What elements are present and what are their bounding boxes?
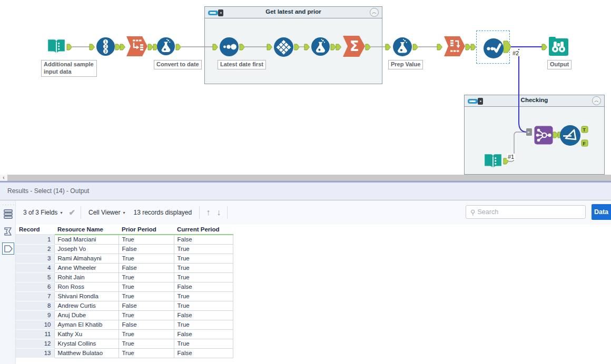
svg-text:»: » xyxy=(527,129,530,135)
browse-tool[interactable] xyxy=(548,36,569,56)
record-number-cell: 13 xyxy=(16,348,54,358)
svg-text:T: T xyxy=(583,127,586,133)
select-tool-selected[interactable] xyxy=(483,38,504,59)
sort-tool[interactable] xyxy=(219,37,239,57)
table-row[interactable]: 13Matthew BulataoTrueFalse xyxy=(16,348,233,358)
data-cell: True xyxy=(174,244,233,254)
results-toolbar: 3 of 3 Fields ▾ ✔ Cell Viewer ▾ 13 recor… xyxy=(16,200,611,225)
scroll-left-button[interactable]: ‹ xyxy=(0,175,7,181)
svg-text:1: 1 xyxy=(105,40,107,44)
table-row[interactable]: 6Ron RossTrueFalse xyxy=(16,282,233,291)
data-cell: True xyxy=(174,339,233,348)
summarize-icon: Σ xyxy=(343,36,365,57)
formula-tool-convert[interactable] xyxy=(156,37,175,56)
transpose-tool[interactable] xyxy=(126,36,147,56)
data-cell: False xyxy=(119,244,174,254)
summarize-tool[interactable]: Σ xyxy=(343,36,365,57)
false-output-anchor[interactable]: F xyxy=(582,140,588,146)
output-anchor-button[interactable] xyxy=(2,242,14,255)
column-header[interactable]: Current Period xyxy=(174,225,233,235)
search-input[interactable] xyxy=(478,208,585,216)
annotation-prep-value: Prep Value xyxy=(388,60,423,69)
record-number-cell: 12 xyxy=(16,339,54,348)
data-cell: True xyxy=(119,272,174,282)
apply-check-icon[interactable]: ✔ xyxy=(66,208,77,217)
scroll-up-button[interactable]: ↑ xyxy=(203,208,213,217)
column-header[interactable]: Prior Period xyxy=(119,225,174,235)
grid-header-row: RecordResource NamePrior PeriodCurrent P… xyxy=(16,225,233,235)
data-cell: True xyxy=(119,282,174,291)
table-row[interactable]: 10Ayman El KhatibFalseTrue xyxy=(16,320,233,329)
selected-output-anchor[interactable] xyxy=(504,41,511,53)
table-row[interactable]: 5Rohit JainTrueTrue xyxy=(16,272,233,282)
data-cell: True xyxy=(174,320,233,329)
table-row[interactable]: 8Andrew CurtisFalseTrue xyxy=(16,301,233,310)
data-cell: Shivani Rondla xyxy=(54,291,119,301)
select-icon xyxy=(483,38,504,59)
alteryx-window: Get latest and prior ︿ Checking ︿ xyxy=(0,0,611,364)
tool-config-button[interactable] xyxy=(2,208,14,220)
true-output-anchor[interactable]: T xyxy=(582,126,588,133)
data-cell: True xyxy=(119,235,174,244)
scroll-down-button[interactable]: ↓ xyxy=(213,208,224,217)
fields-dropdown[interactable]: 3 of 3 Fields ▾ xyxy=(19,209,66,216)
table-row[interactable]: 11Kathy XuTrueFalse xyxy=(16,329,233,339)
formula-icon xyxy=(392,37,412,57)
data-cell: True xyxy=(119,348,174,358)
table-row[interactable]: 9Anuj DubeTrueFalse xyxy=(16,310,233,320)
input-anchor-button[interactable] xyxy=(2,225,14,237)
filter-tool[interactable] xyxy=(559,125,581,146)
connection-2-to-checking[interactable] xyxy=(519,49,526,132)
data-cell: True xyxy=(174,272,233,282)
data-cell: Ayman El Khatib xyxy=(54,320,119,329)
crosstab-tool[interactable] xyxy=(444,36,465,56)
formula-tool[interactable] xyxy=(311,37,330,56)
data-cell: True xyxy=(119,329,174,339)
browse-icon xyxy=(548,36,569,56)
canvas-horizontal-scrollbar[interactable]: ‹ xyxy=(0,175,611,181)
results-panel: Results - Select (14) - Output ····· 3 o… xyxy=(0,181,611,364)
search-box[interactable]: ⚲ xyxy=(466,205,586,219)
table-row[interactable]: 3Rami AlmahayniTrueTrue xyxy=(16,254,233,263)
annotation-input: Additional sample input data xyxy=(41,60,97,77)
table-row[interactable]: 12Krystal CollinsTrueTrue xyxy=(16,339,233,348)
tile-icon xyxy=(273,37,294,57)
table-row[interactable]: 4Anne WheelerFalseTrue xyxy=(16,263,233,272)
drag-handle[interactable]: ····· xyxy=(2,202,15,207)
chevron-down-icon: ▾ xyxy=(60,210,62,215)
data-view-button[interactable]: Data xyxy=(592,204,611,220)
column-header[interactable]: Resource Name xyxy=(54,225,119,235)
join-multiple-tool[interactable] xyxy=(534,125,554,145)
results-anchor-sidebar: ····· xyxy=(0,200,16,364)
record-number-cell: 9 xyxy=(16,310,54,320)
workflow-canvas[interactable]: Get latest and prior ︿ Checking ︿ xyxy=(0,0,611,175)
results-title-bar: Results - Select (14) - Output xyxy=(0,183,611,200)
tile-tool[interactable] xyxy=(273,37,294,57)
data-cell: True xyxy=(174,254,233,263)
data-cell: Matthew Bulatao xyxy=(54,348,119,358)
table-row[interactable]: 1Foad MarcianiTrueFalse xyxy=(16,235,233,244)
record-id-tool[interactable]: 1 2 3 xyxy=(96,37,115,56)
table-row[interactable]: 2Joseph VoFalseTrue xyxy=(16,244,233,254)
data-cell: True xyxy=(119,291,174,301)
data-cell: False xyxy=(174,235,233,244)
scrollbar-thumb[interactable] xyxy=(7,175,611,181)
data-cell: True xyxy=(174,263,233,272)
transpose-icon xyxy=(126,36,147,56)
svg-text:Σ: Σ xyxy=(350,38,359,54)
data-cell: Rohit Jain xyxy=(54,272,119,282)
record-number-cell: 11 xyxy=(16,329,54,339)
join-multiple-icon xyxy=(534,125,554,145)
record-number-cell: 8 xyxy=(16,301,54,310)
svg-text:F: F xyxy=(583,141,586,146)
table-row[interactable]: 7Shivani RondlaTrueTrue xyxy=(16,291,233,301)
multi-input-anchor[interactable]: » xyxy=(526,128,532,136)
cell-viewer-dropdown[interactable]: Cell Viewer ▾ xyxy=(84,209,129,216)
input-data-tool-checking[interactable] xyxy=(483,151,503,171)
column-header[interactable]: Record xyxy=(16,225,54,235)
input-data-tool[interactable] xyxy=(46,37,66,57)
formula-tool-prep-value[interactable] xyxy=(392,37,412,57)
svg-text:2: 2 xyxy=(105,45,107,48)
data-cell: False xyxy=(174,310,233,320)
record-number-cell: 7 xyxy=(16,291,54,301)
